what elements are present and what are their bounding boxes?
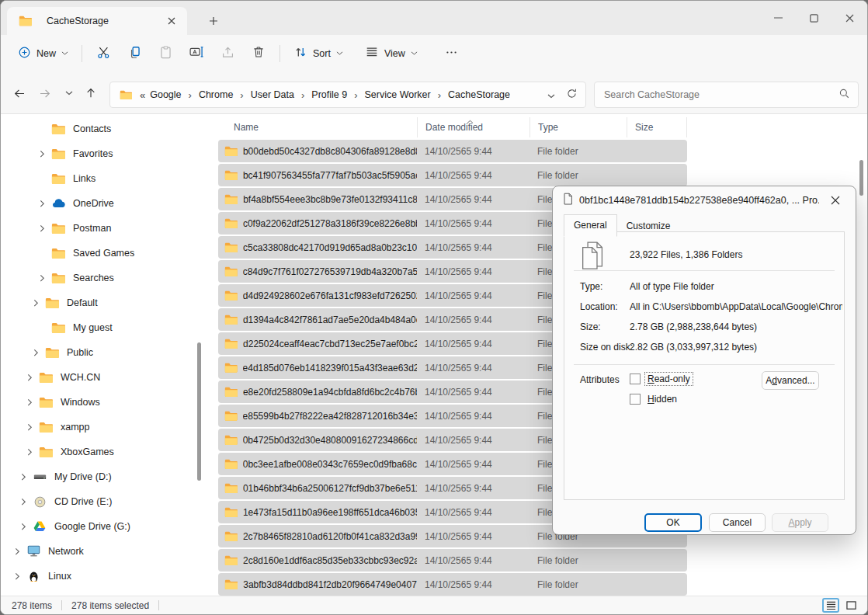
chevron-right-icon[interactable] [30, 299, 42, 308]
large-icons-view-button[interactable] [842, 598, 859, 613]
checkbox-read-only[interactable]: Read-only [630, 373, 693, 385]
sidebar-item-xboxgames[interactable]: XboxGames [1, 440, 206, 464]
sidebar-item-wch-cn[interactable]: WCH.CN [1, 365, 206, 390]
sidebar-item-public[interactable]: Public [1, 340, 206, 365]
checkbox-hidden[interactable]: Hidden [630, 393, 679, 405]
maximize-button[interactable] [796, 1, 832, 35]
folder-icon [50, 322, 66, 333]
sidebar-item-postman[interactable]: Postman [1, 216, 206, 241]
more-options-button[interactable] [436, 40, 467, 67]
chevron-right-icon[interactable] [17, 473, 30, 481]
copy-button[interactable] [119, 40, 150, 67]
delete-button[interactable] [243, 40, 274, 67]
chevron-right-icon[interactable] [17, 498, 30, 506]
breadcrumb-separator-icon[interactable]: › [349, 89, 363, 101]
back-button[interactable] [9, 82, 30, 105]
view-button[interactable]: View [357, 40, 425, 67]
sidebar-item-searches[interactable]: Searches [1, 266, 206, 290]
tab-customize[interactable]: Customize [617, 216, 680, 237]
breadcrumb-item-cachestorage[interactable]: CacheStorage [446, 87, 512, 102]
sidebar-item-windows[interactable]: Windows [1, 390, 206, 415]
chevron-right-icon[interactable] [36, 224, 48, 233]
forward-button[interactable] [33, 82, 55, 105]
breadcrumb-item-user-data[interactable]: User Data [249, 87, 296, 102]
breadcrumb-separator-icon[interactable]: › [234, 89, 248, 101]
table-row[interactable]: 3abfb3d84ddbd841f2db20f9664749e0407...14… [218, 573, 687, 596]
details-view-button[interactable] [822, 598, 839, 613]
sidebar-item-default[interactable]: Default [1, 290, 206, 315]
chevron-right-icon[interactable] [17, 523, 30, 531]
up-button[interactable] [80, 82, 102, 105]
new-tab-button[interactable] [204, 12, 223, 30]
recent-locations-button[interactable] [58, 82, 80, 105]
search-input[interactable] [602, 89, 838, 101]
column-header-size[interactable]: Size [627, 117, 687, 137]
chevron-right-icon[interactable] [23, 374, 36, 382]
sidebar-item-saved-games[interactable]: Saved Games [1, 241, 206, 266]
chevron-right-icon[interactable] [36, 274, 48, 283]
sidebar-scrollbar[interactable] [197, 342, 201, 481]
minimize-button[interactable] [760, 1, 796, 35]
file-list-scrollbar[interactable] [859, 160, 863, 196]
column-header-type[interactable]: Type [529, 117, 627, 137]
file-name-cell: 2c8d160e1ddf6ac85d35eb33cbbc93ec92a... [218, 555, 417, 566]
sidebar-item-google-drive-g[interactable]: Google Drive (G:) [1, 514, 206, 539]
tab-general[interactable]: General [564, 214, 617, 237]
sidebar-item-linux[interactable]: Linux [1, 564, 206, 589]
breadcrumb-item-google[interactable]: Google [148, 87, 182, 102]
sidebar-item-cd-drive-e[interactable]: CD Drive (E:) [1, 489, 206, 514]
table-row[interactable]: 2c8d160e1ddf6ac85d35eb33cbbc93ec92a...14… [218, 549, 687, 572]
chevron-right-icon[interactable] [36, 150, 48, 158]
breadcrumb-item-service-worker[interactable]: Service Worker [363, 87, 432, 102]
column-header-date-modified[interactable]: Date modified [417, 117, 529, 137]
address-dropdown-icon[interactable] [547, 88, 555, 102]
sidebar-item-links[interactable]: Links [1, 166, 206, 191]
breadcrumb-separator-icon[interactable]: › [183, 89, 197, 101]
sidebar-item-my-guest[interactable]: My guest [1, 315, 206, 340]
paste-button[interactable] [150, 40, 181, 67]
column-header-name[interactable]: Name [218, 117, 417, 137]
breadcrumb-separator-icon[interactable]: › [432, 89, 446, 101]
table-row[interactable]: bc41f907563455fa777faf7b503ac5f5905ac...… [218, 164, 687, 186]
cut-button[interactable] [88, 40, 119, 67]
sidebar-item-network[interactable]: Network [1, 539, 206, 564]
breadcrumb-overflow-icon[interactable]: « [140, 89, 145, 101]
sidebar-item-xampp[interactable]: xampp [1, 415, 206, 440]
sort-button[interactable]: Sort [286, 40, 351, 67]
address-bar[interactable]: « Google›Chrome›User Data›Profile 9›Serv… [109, 82, 586, 108]
folder-icon [50, 173, 66, 184]
apply-button[interactable]: Apply [772, 513, 828, 532]
share-button[interactable] [212, 40, 243, 67]
breadcrumb-item-profile-9[interactable]: Profile 9 [310, 87, 349, 102]
search-icon[interactable] [838, 88, 850, 102]
checkbox-box[interactable] [630, 374, 641, 384]
tab-close-icon[interactable] [164, 13, 179, 29]
new-button[interactable]: New [10, 40, 76, 67]
chevron-right-icon[interactable] [11, 547, 23, 556]
table-row[interactable]: b00debd50c4327db8c804306fa89128e8d8...14… [218, 140, 687, 162]
sidebar-item-onedrive[interactable]: OneDrive [1, 191, 206, 216]
breadcrumb-separator-icon[interactable]: › [296, 89, 310, 101]
chevron-right-icon[interactable] [30, 349, 42, 357]
checkbox-box[interactable] [630, 394, 641, 405]
chevron-right-icon[interactable] [23, 448, 36, 457]
sidebar-item-contacts[interactable]: Contacts [1, 116, 206, 141]
breadcrumb-item-chrome[interactable]: Chrome [197, 87, 234, 102]
rename-button[interactable] [181, 40, 212, 67]
refresh-icon[interactable] [566, 88, 578, 102]
close-button[interactable] [832, 1, 867, 35]
sidebar-item-favorites[interactable]: Favorites [1, 141, 206, 166]
chevron-right-icon[interactable] [11, 572, 23, 581]
dialog-close-icon[interactable] [825, 190, 845, 210]
chevron-right-icon[interactable] [23, 398, 36, 407]
chevron-right-icon[interactable] [36, 200, 48, 208]
sidebar-item-my-drive-d[interactable]: My Drive (D:) [1, 464, 206, 489]
advanced-button[interactable]: Advanced... [762, 371, 819, 390]
ok-button[interactable]: OK [644, 513, 702, 532]
chevron-right-icon[interactable] [23, 423, 36, 432]
sidebar-item-label: Default [67, 297, 98, 308]
cancel-button[interactable]: Cancel [709, 513, 766, 532]
view-list-icon [365, 45, 379, 62]
breadcrumb: Google›Chrome›User Data›Profile 9›Servic… [148, 87, 543, 102]
explorer-tab[interactable]: CacheStorage [7, 7, 187, 35]
